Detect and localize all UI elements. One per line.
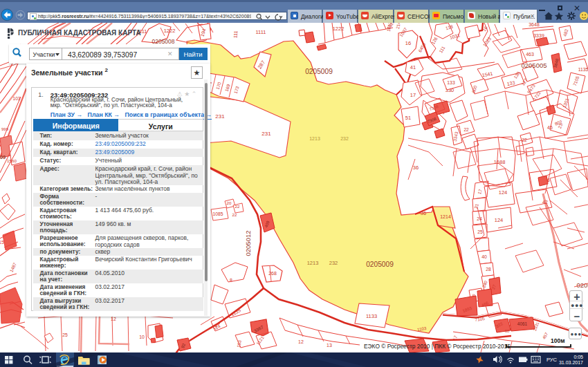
svg-text:25: 25 [477, 229, 483, 234]
svg-text:10: 10 [139, 335, 145, 339]
svg-text:124: 124 [495, 217, 504, 223]
svg-text:0205009: 0205009 [366, 261, 394, 268]
svg-text:231: 231 [215, 113, 225, 120]
svg-text:09: 09 [0, 154, 6, 160]
svg-text:231: 231 [261, 131, 271, 137]
svg-text:0205009: 0205009 [305, 68, 333, 75]
svg-text:1111: 1111 [255, 29, 266, 35]
svg-text:463: 463 [526, 52, 534, 57]
svg-text:7105: 7105 [475, 316, 486, 322]
svg-text:36: 36 [413, 164, 419, 171]
svg-text:268: 268 [268, 271, 277, 276]
svg-text:1222: 1222 [333, 26, 344, 32]
svg-text:232: 232 [340, 136, 349, 141]
svg-text:22: 22 [235, 204, 240, 209]
svg-text:41: 41 [410, 64, 416, 70]
svg-text:20: 20 [227, 200, 232, 205]
svg-text:133: 133 [447, 80, 455, 85]
svg-text:127: 127 [520, 77, 529, 86]
svg-text:1214: 1214 [440, 214, 451, 219]
svg-text:1133: 1133 [366, 313, 377, 319]
svg-text:7105: 7105 [572, 75, 580, 86]
svg-text:111: 111 [233, 30, 239, 38]
svg-text:36: 36 [421, 210, 426, 216]
svg-text:22: 22 [463, 127, 469, 132]
svg-text:51: 51 [405, 115, 411, 121]
svg-text:16: 16 [405, 40, 411, 46]
svg-text:1135: 1135 [578, 67, 588, 72]
svg-text:12: 12 [298, 339, 304, 344]
svg-text:133: 133 [506, 80, 515, 86]
svg-text:1487: 1487 [9, 262, 18, 273]
svg-text:214: 214 [395, 23, 401, 30]
svg-text:3339: 3339 [533, 33, 544, 38]
svg-text:103: 103 [13, 96, 21, 101]
svg-text:1121: 1121 [255, 335, 265, 346]
svg-text:13: 13 [327, 343, 332, 348]
svg-text:17: 17 [410, 92, 416, 98]
svg-text:1085: 1085 [212, 211, 223, 216]
svg-text:457: 457 [542, 332, 549, 340]
svg-text:4061: 4061 [517, 321, 528, 326]
svg-text:25: 25 [62, 332, 68, 337]
svg-text:РУС: РУС [546, 357, 558, 363]
svg-text:1213: 1213 [307, 260, 319, 266]
svg-text:28: 28 [486, 267, 491, 272]
svg-text:1023: 1023 [482, 36, 493, 48]
svg-text:130: 130 [513, 70, 521, 79]
svg-text:1213: 1213 [309, 136, 320, 141]
svg-text:3648: 3648 [529, 23, 540, 27]
svg-text:1541: 1541 [481, 71, 493, 78]
svg-text:232: 232 [329, 260, 338, 266]
svg-text:124: 124 [499, 189, 508, 196]
svg-text:12: 12 [111, 317, 116, 321]
svg-text:999: 999 [1, 127, 9, 131]
svg-text:22: 22 [232, 212, 237, 217]
svg-text:118: 118 [445, 24, 453, 31]
svg-text:111: 111 [438, 45, 445, 53]
svg-text:68: 68 [505, 329, 510, 333]
svg-text:40: 40 [481, 254, 487, 259]
svg-text:0205012: 0205012 [244, 231, 252, 256]
svg-text:1222: 1222 [164, 28, 176, 34]
